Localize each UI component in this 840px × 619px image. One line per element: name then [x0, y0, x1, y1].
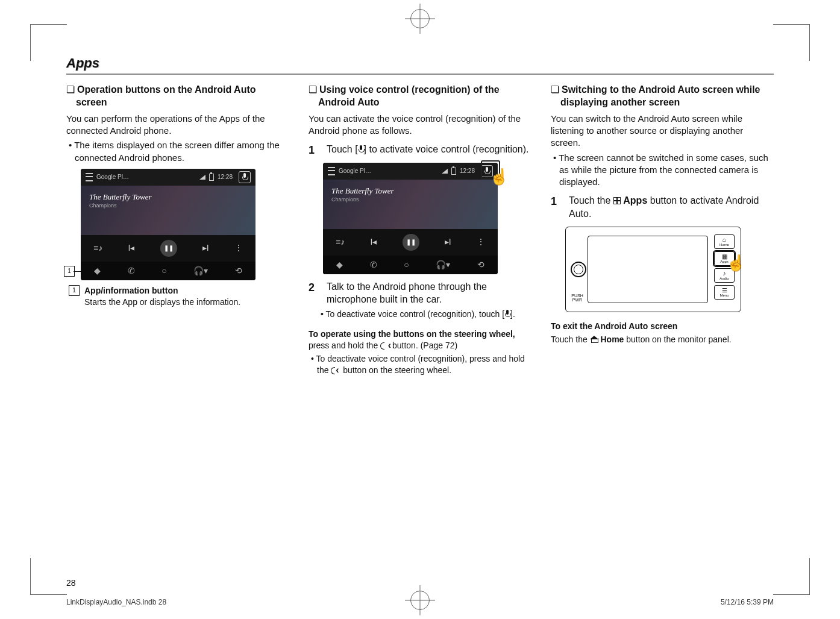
col3-step1: 1 Touch the Apps button to activate Andr…	[551, 194, 774, 220]
voice-icon	[380, 341, 390, 350]
nav-maps-icon: ◆	[336, 259, 343, 271]
nav-home-icon: ○	[404, 259, 409, 271]
registration-mark-top	[410, 9, 430, 28]
panel-home-label: Home	[719, 243, 729, 247]
aa-device: Google Pl… 12:28 The Butterfly Tower Cha…	[81, 169, 255, 280]
columns: Operation buttons on the Android Auto sc…	[66, 81, 774, 379]
aa-playback-controls-2: ≡♪ I◂ ❚❚ ▸I ⋮	[323, 229, 498, 256]
legend-1-num: 1	[69, 285, 80, 296]
col3-exit-title: To exit the Android Auto screen	[551, 321, 774, 332]
more-icon: ⋮	[234, 242, 243, 254]
signal-icon	[199, 175, 205, 180]
col2-step1-body: Touch [] to activate voice control (reco…	[327, 143, 531, 157]
aa-song-title-2: The Butterfly Tower	[331, 186, 489, 196]
android-auto-screenshot-1: Google Pl… 12:28 The Butterfly Tower Cha…	[81, 169, 255, 280]
nav-phone-icon: ✆	[370, 259, 377, 271]
column-2: Using voice control (recognition) of the…	[309, 81, 531, 379]
footer-right: 5/12/16 5:39 PM	[721, 597, 774, 607]
nav-headphones-icon: 🎧▾	[436, 259, 450, 271]
aa-nowplaying: The Butterfly Tower Champions	[81, 186, 255, 235]
col2-step2-body: Talk to the Android phone through the mi…	[327, 280, 531, 306]
panel-screen	[588, 236, 708, 303]
aa-song-title: The Butterfly Tower	[89, 192, 247, 203]
prev-icon: I◂	[128, 242, 134, 254]
nav-return-icon: ⟲	[477, 259, 484, 271]
pause-icon: ❚❚	[160, 240, 177, 257]
col2-steering-c: button. (Page 72)	[390, 341, 457, 350]
next-icon: ▸I	[202, 242, 209, 254]
legend-1-text: App/information button Starts the App or…	[84, 285, 240, 308]
home-btn-icon: ⌂	[722, 237, 726, 243]
aa-nowplaying-2: The Butterfly Tower Champions	[323, 180, 498, 229]
col1-heading: Operation buttons on the Android Auto sc…	[66, 83, 289, 109]
col3-step1-a: Touch the	[569, 195, 613, 206]
touch-hand-icon: ☝	[726, 253, 745, 274]
legend-1: 1 App/information button Starts the App …	[69, 285, 289, 308]
aa-statusbar: Google Pl… 12:28	[81, 169, 255, 186]
voice-icon	[331, 366, 340, 374]
aa-time-2: 12:28	[460, 167, 475, 175]
mic-icon	[242, 173, 248, 181]
col2-step1: 1 Touch [] to activate voice control (re…	[309, 143, 531, 157]
panel-menu-label: Menu	[719, 294, 729, 297]
signal-icon	[442, 169, 448, 174]
crop-mark-tl	[30, 24, 67, 61]
menu-btn-icon: ☰	[722, 288, 727, 294]
crop-mark-tr	[773, 24, 810, 61]
col1-bullet1: The items displayed on the screen differ…	[66, 139, 289, 164]
aa-playback-controls: ≡♪ I◂ ❚❚ ▸I ⋮	[81, 235, 255, 262]
aa-navbar: ◆ ✆ ○ 🎧▾ ⟲	[81, 262, 255, 280]
apps-grid-icon	[613, 197, 621, 204]
col3-heading: Switching to the Android Auto screen whi…	[551, 83, 774, 109]
nav-maps-icon: ◆	[94, 265, 101, 277]
col2-step2-num: 2	[309, 280, 321, 306]
queue-icon: ≡♪	[93, 242, 102, 254]
col2-steering-a: To operate using the buttons on the stee…	[309, 329, 515, 339]
panel-audio-label: Audio	[719, 277, 729, 280]
aa-song-sub: Champions	[89, 202, 247, 209]
crop-mark-br	[773, 558, 810, 595]
col2-step2: 2 Talk to the Android phone through the …	[309, 280, 531, 306]
queue-icon: ≡♪	[336, 236, 345, 248]
col2-step1-b: ] to activate voice control (recognition…	[364, 144, 529, 154]
col3-bullet1: The screen cannot be switched in some ca…	[551, 152, 774, 189]
hamburger-icon	[86, 173, 93, 181]
col2-steering-b: press and hold the	[309, 341, 380, 350]
col2-heading: Using voice control (recognition) of the…	[309, 83, 531, 109]
page-content: Apps Operation buttons on the Android Au…	[66, 54, 774, 565]
aa-time: 12:28	[218, 173, 233, 181]
battery-icon	[451, 168, 456, 175]
section-title: Apps	[66, 54, 774, 75]
footer-left: LinkDisplayAudio_NAS.indb 28	[66, 597, 166, 607]
crop-mark-bl	[30, 558, 67, 595]
aa-provider: Google Pl…	[96, 173, 129, 181]
panel-home-button: ⌂Home	[714, 234, 735, 249]
panel-knob-label: PUSH PWR	[569, 294, 585, 302]
col2-step1-num: 1	[309, 143, 321, 157]
nav-return-icon: ⟲	[235, 265, 242, 277]
touch-hand-icon: ☝	[489, 166, 509, 187]
col2-step2-sub-a: To deactivate voice control (recognition…	[326, 309, 505, 319]
home-icon	[590, 336, 598, 343]
col3-p1: You can switch to the Android Auto scree…	[551, 113, 774, 149]
monitor-panel-diagram: PUSH PWR ⌂Home ▦Apps ♪Audio ☰Menu ☝	[565, 227, 741, 312]
column-3: Switching to the Android Auto screen whi…	[551, 81, 774, 379]
nav-phone-icon: ✆	[128, 265, 135, 277]
col2-steering-bullet-b: button on the steering wheel.	[340, 365, 451, 375]
col2-step2-sub-b: ].	[510, 309, 515, 319]
col3-step1-body: Touch the Apps button to activate Androi…	[569, 194, 774, 220]
col3-step1-num: 1	[551, 194, 563, 220]
col3-exit-home: Home	[601, 335, 624, 344]
callout-1-line	[74, 271, 81, 272]
panel-menu-button: ☰Menu	[714, 285, 735, 300]
col3-exit-a: Touch the	[551, 335, 590, 344]
pause-icon: ❚❚	[403, 234, 419, 251]
col1-p1: You can perform the operations of the Ap…	[66, 113, 289, 137]
hamburger-icon	[328, 167, 335, 175]
panel-knob	[571, 262, 586, 277]
aa-device-2: Google Pl… 12:28 The Butterfly Tower Cha…	[323, 163, 498, 274]
nav-headphones-icon: 🎧▾	[193, 265, 208, 277]
column-1: Operation buttons on the Android Auto sc…	[66, 81, 289, 379]
col2-steering-bullet: To deactivate voice control (recognition…	[309, 353, 531, 376]
aa-statusbar-2: Google Pl… 12:28	[323, 163, 498, 180]
